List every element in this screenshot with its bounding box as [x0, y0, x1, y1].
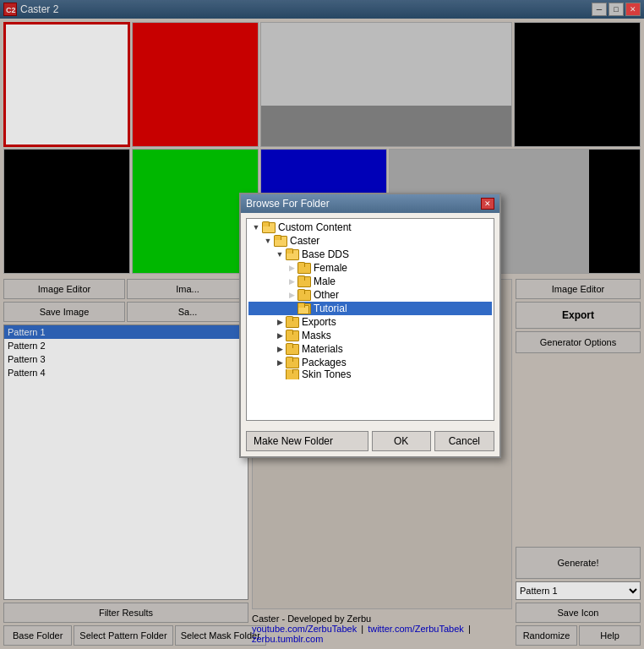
- folder-icon-base-dds: [286, 248, 299, 260]
- folder-icon-materials: [286, 343, 299, 355]
- arrow-custom-content: ▼: [250, 223, 262, 232]
- tree-label-female: Female: [314, 262, 347, 274]
- tree-label-caster: Caster: [290, 235, 319, 247]
- tree-label-exports: Exports: [302, 316, 336, 328]
- tree-item-male[interactable]: ▶ Male: [248, 275, 492, 288]
- folder-icon-male: [297, 275, 311, 287]
- folder-icon-masks: [286, 330, 299, 341]
- arrow-exports: ▶: [274, 318, 286, 326]
- tree-label-tutorial: Tutorial: [314, 303, 347, 314]
- arrow-other: ▶: [286, 291, 297, 299]
- tree-item-packages[interactable]: ▶ Packages: [248, 356, 492, 369]
- folder-icon-skin-tones: [286, 369, 299, 379]
- folder-icon-caster: [274, 235, 287, 247]
- folder-icon-exports: [286, 316, 299, 328]
- browse-folder-dialog: Browse For Folder ✕ ▼ Custom Content ▼ C: [239, 193, 501, 458]
- tree-item-custom-content[interactable]: ▼ Custom Content: [248, 221, 492, 234]
- dialog-footer: Make New Folder OK Cancel: [241, 426, 499, 456]
- tree-item-exports[interactable]: ▶ Exports: [248, 315, 492, 329]
- tree-item-female[interactable]: ▶ Female: [248, 261, 492, 275]
- folder-icon-custom-content: [262, 221, 276, 233]
- tree-label-base-dds: Base DDS: [302, 248, 349, 260]
- dialog-title: Browse For Folder: [246, 198, 330, 210]
- tree-item-masks[interactable]: ▶ Masks: [248, 329, 492, 342]
- cancel-button[interactable]: Cancel: [434, 431, 494, 451]
- tree-item-materials[interactable]: ▶ Materials: [248, 342, 492, 356]
- tree-item-skin-tones[interactable]: Skin Tones: [248, 369, 492, 379]
- tree-label-skin-tones: Skin Tones: [302, 369, 351, 379]
- folder-icon-tutorial: [297, 303, 311, 314]
- dialog-close-button[interactable]: ✕: [481, 198, 494, 210]
- arrow-materials: ▶: [274, 345, 286, 353]
- arrow-packages: ▶: [274, 358, 286, 367]
- arrow-female: ▶: [286, 264, 297, 272]
- tree-item-base-dds[interactable]: ▼ Base DDS: [248, 248, 492, 261]
- folder-icon-female: [297, 262, 311, 274]
- dialog-overlay: Browse For Folder ✕ ▼ Custom Content ▼ C: [0, 0, 644, 649]
- make-new-folder-button[interactable]: Make New Folder: [246, 431, 368, 451]
- tree-label-materials: Materials: [302, 343, 343, 355]
- arrow-base-dds: ▼: [274, 250, 286, 259]
- tree-label-custom-content: Custom Content: [278, 221, 352, 233]
- tree-label-packages: Packages: [302, 357, 347, 368]
- arrow-masks: ▶: [274, 331, 286, 340]
- tree-item-tutorial[interactable]: Tutorial: [248, 302, 492, 315]
- folder-tree[interactable]: ▼ Custom Content ▼ Caster ▼ Base DDS: [246, 218, 494, 421]
- dialog-body: ▼ Custom Content ▼ Caster ▼ Base DDS: [241, 213, 499, 426]
- tree-item-caster[interactable]: ▼ Caster: [248, 234, 492, 248]
- tree-label-male: Male: [314, 275, 336, 287]
- dialog-titlebar: Browse For Folder ✕: [241, 194, 499, 213]
- folder-icon-packages: [286, 357, 299, 368]
- ok-button[interactable]: OK: [372, 431, 431, 451]
- tree-label-other: Other: [314, 289, 339, 301]
- folder-icon-other: [297, 289, 311, 301]
- arrow-male: ▶: [286, 277, 297, 286]
- tree-label-masks: Masks: [302, 330, 331, 341]
- tree-item-other[interactable]: ▶ Other: [248, 288, 492, 302]
- arrow-caster: ▼: [262, 237, 274, 245]
